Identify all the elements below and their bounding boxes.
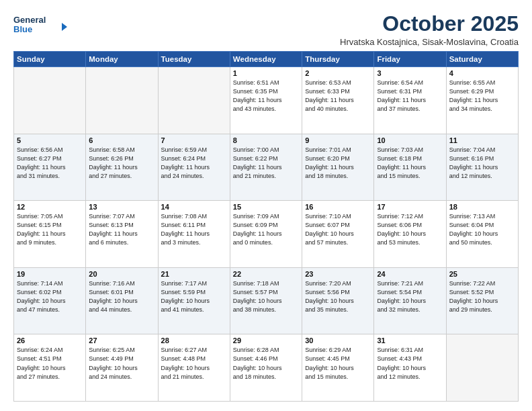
logo: General Blue bbox=[13, 12, 67, 36]
day-number: 12 bbox=[17, 203, 83, 211]
table-row: 20Sunrise: 7:16 AM Sunset: 6:01 PM Dayli… bbox=[86, 267, 158, 334]
table-row bbox=[158, 67, 230, 134]
day-number: 22 bbox=[233, 270, 299, 278]
day-number: 1 bbox=[233, 69, 299, 77]
day-number: 7 bbox=[161, 136, 227, 144]
table-row: 21Sunrise: 7:17 AM Sunset: 5:59 PM Dayli… bbox=[158, 267, 230, 334]
table-row bbox=[446, 334, 518, 402]
day-number: 8 bbox=[233, 136, 299, 144]
location-subtitle: Hrvatska Kostajnica, Sisak-Moslavina, Cr… bbox=[340, 37, 519, 47]
svg-text:Blue: Blue bbox=[13, 24, 32, 34]
day-number: 16 bbox=[305, 203, 371, 211]
table-row: 22Sunrise: 7:18 AM Sunset: 5:57 PM Dayli… bbox=[230, 267, 302, 334]
header-saturday: Saturday bbox=[446, 52, 518, 67]
header: General Blue October 2025 Hrvatska Kosta… bbox=[13, 12, 519, 47]
day-number: 26 bbox=[17, 336, 83, 345]
table-row: 2Sunrise: 6:53 AM Sunset: 6:33 PM Daylig… bbox=[302, 67, 374, 134]
day-info: Sunrise: 7:20 AM Sunset: 5:56 PM Dayligh… bbox=[305, 279, 371, 314]
day-number: 19 bbox=[17, 270, 83, 278]
day-number: 17 bbox=[377, 203, 443, 211]
day-info: Sunrise: 6:51 AM Sunset: 6:35 PM Dayligh… bbox=[233, 79, 299, 113]
day-number: 2 bbox=[305, 69, 371, 77]
table-row bbox=[14, 67, 86, 134]
day-number: 21 bbox=[161, 270, 227, 278]
table-row: 23Sunrise: 7:20 AM Sunset: 5:56 PM Dayli… bbox=[302, 267, 374, 334]
day-info: Sunrise: 7:14 AM Sunset: 6:02 PM Dayligh… bbox=[17, 279, 83, 314]
header-sunday: Sunday bbox=[14, 52, 86, 67]
table-row: 12Sunrise: 7:05 AM Sunset: 6:15 PM Dayli… bbox=[14, 201, 86, 268]
day-info: Sunrise: 7:08 AM Sunset: 6:11 PM Dayligh… bbox=[161, 212, 227, 247]
day-info: Sunrise: 7:07 AM Sunset: 6:13 PM Dayligh… bbox=[89, 212, 154, 247]
day-number: 29 bbox=[233, 336, 299, 345]
header-thursday: Thursday bbox=[302, 52, 374, 67]
month-title: October 2025 bbox=[340, 12, 519, 36]
day-info: Sunrise: 6:27 AM Sunset: 4:48 PM Dayligh… bbox=[161, 346, 227, 381]
day-info: Sunrise: 6:56 AM Sunset: 6:27 PM Dayligh… bbox=[17, 146, 83, 181]
table-row: 17Sunrise: 7:12 AM Sunset: 6:06 PM Dayli… bbox=[374, 201, 446, 268]
day-info: Sunrise: 7:00 AM Sunset: 6:22 PM Dayligh… bbox=[233, 146, 299, 181]
table-row: 30Sunrise: 6:29 AM Sunset: 4:45 PM Dayli… bbox=[302, 334, 374, 402]
day-number: 6 bbox=[89, 136, 154, 144]
table-row: 1Sunrise: 6:51 AM Sunset: 6:35 PM Daylig… bbox=[230, 67, 302, 134]
table-row: 9Sunrise: 7:01 AM Sunset: 6:20 PM Daylig… bbox=[302, 134, 374, 201]
day-info: Sunrise: 7:13 AM Sunset: 6:04 PM Dayligh… bbox=[449, 212, 515, 247]
day-info: Sunrise: 6:28 AM Sunset: 4:46 PM Dayligh… bbox=[233, 346, 299, 381]
day-number: 20 bbox=[89, 270, 154, 278]
day-info: Sunrise: 6:24 AM Sunset: 4:51 PM Dayligh… bbox=[17, 346, 83, 381]
day-number: 11 bbox=[449, 136, 515, 144]
logo-svg: General Blue bbox=[13, 12, 67, 36]
day-info: Sunrise: 7:03 AM Sunset: 6:18 PM Dayligh… bbox=[377, 146, 443, 181]
day-info: Sunrise: 7:05 AM Sunset: 6:15 PM Dayligh… bbox=[17, 212, 83, 247]
day-number: 28 bbox=[161, 336, 227, 345]
day-info: Sunrise: 7:16 AM Sunset: 6:01 PM Dayligh… bbox=[89, 279, 154, 314]
table-row: 14Sunrise: 7:08 AM Sunset: 6:11 PM Dayli… bbox=[158, 201, 230, 268]
calendar-week-row: 26Sunrise: 6:24 AM Sunset: 4:51 PM Dayli… bbox=[14, 334, 519, 402]
day-number: 27 bbox=[89, 336, 154, 345]
table-row: 26Sunrise: 6:24 AM Sunset: 4:51 PM Dayli… bbox=[14, 334, 86, 402]
calendar-week-row: 5Sunrise: 6:56 AM Sunset: 6:27 PM Daylig… bbox=[14, 134, 519, 201]
table-row: 19Sunrise: 7:14 AM Sunset: 6:02 PM Dayli… bbox=[14, 267, 86, 334]
table-row: 4Sunrise: 6:55 AM Sunset: 6:29 PM Daylig… bbox=[446, 67, 518, 134]
calendar-week-row: 12Sunrise: 7:05 AM Sunset: 6:15 PM Dayli… bbox=[14, 201, 519, 268]
day-number: 14 bbox=[161, 203, 227, 211]
day-number: 15 bbox=[233, 203, 299, 211]
table-row: 8Sunrise: 7:00 AM Sunset: 6:22 PM Daylig… bbox=[230, 134, 302, 201]
day-info: Sunrise: 6:31 AM Sunset: 4:43 PM Dayligh… bbox=[377, 346, 443, 381]
table-row: 10Sunrise: 7:03 AM Sunset: 6:18 PM Dayli… bbox=[374, 134, 446, 201]
day-info: Sunrise: 7:17 AM Sunset: 5:59 PM Dayligh… bbox=[161, 279, 227, 314]
table-row: 6Sunrise: 6:58 AM Sunset: 6:26 PM Daylig… bbox=[86, 134, 158, 201]
day-header-row: Sunday Monday Tuesday Wednesday Thursday… bbox=[14, 52, 519, 67]
table-row: 11Sunrise: 7:04 AM Sunset: 6:16 PM Dayli… bbox=[446, 134, 518, 201]
day-number: 4 bbox=[449, 69, 515, 77]
day-info: Sunrise: 6:55 AM Sunset: 6:29 PM Dayligh… bbox=[449, 79, 515, 113]
table-row: 5Sunrise: 6:56 AM Sunset: 6:27 PM Daylig… bbox=[14, 134, 86, 201]
day-number: 25 bbox=[449, 270, 515, 278]
calendar-table: Sunday Monday Tuesday Wednesday Thursday… bbox=[13, 51, 519, 402]
day-info: Sunrise: 6:53 AM Sunset: 6:33 PM Dayligh… bbox=[305, 79, 371, 113]
day-info: Sunrise: 7:09 AM Sunset: 6:09 PM Dayligh… bbox=[233, 212, 299, 247]
table-row: 13Sunrise: 7:07 AM Sunset: 6:13 PM Dayli… bbox=[86, 201, 158, 268]
table-row: 27Sunrise: 6:25 AM Sunset: 4:49 PM Dayli… bbox=[86, 334, 158, 402]
header-friday: Friday bbox=[374, 52, 446, 67]
table-row: 29Sunrise: 6:28 AM Sunset: 4:46 PM Dayli… bbox=[230, 334, 302, 402]
day-info: Sunrise: 6:25 AM Sunset: 4:49 PM Dayligh… bbox=[89, 346, 154, 381]
page: General Blue October 2025 Hrvatska Kosta… bbox=[0, 0, 532, 411]
day-number: 3 bbox=[377, 69, 443, 77]
header-monday: Monday bbox=[86, 52, 158, 67]
day-info: Sunrise: 6:59 AM Sunset: 6:24 PM Dayligh… bbox=[161, 146, 227, 181]
day-number: 30 bbox=[305, 336, 371, 345]
day-info: Sunrise: 7:21 AM Sunset: 5:54 PM Dayligh… bbox=[377, 279, 443, 314]
table-row: 25Sunrise: 7:22 AM Sunset: 5:52 PM Dayli… bbox=[446, 267, 518, 334]
day-number: 9 bbox=[305, 136, 371, 144]
day-info: Sunrise: 7:10 AM Sunset: 6:07 PM Dayligh… bbox=[305, 212, 371, 247]
svg-marker-2 bbox=[52, 23, 67, 31]
day-number: 24 bbox=[377, 270, 443, 278]
header-tuesday: Tuesday bbox=[158, 52, 230, 67]
day-number: 5 bbox=[17, 136, 83, 144]
day-info: Sunrise: 7:22 AM Sunset: 5:52 PM Dayligh… bbox=[449, 279, 515, 314]
table-row: 15Sunrise: 7:09 AM Sunset: 6:09 PM Dayli… bbox=[230, 201, 302, 268]
day-info: Sunrise: 7:04 AM Sunset: 6:16 PM Dayligh… bbox=[449, 146, 515, 181]
day-info: Sunrise: 6:54 AM Sunset: 6:31 PM Dayligh… bbox=[377, 79, 443, 113]
day-info: Sunrise: 7:18 AM Sunset: 5:57 PM Dayligh… bbox=[233, 279, 299, 314]
day-number: 31 bbox=[377, 336, 443, 345]
